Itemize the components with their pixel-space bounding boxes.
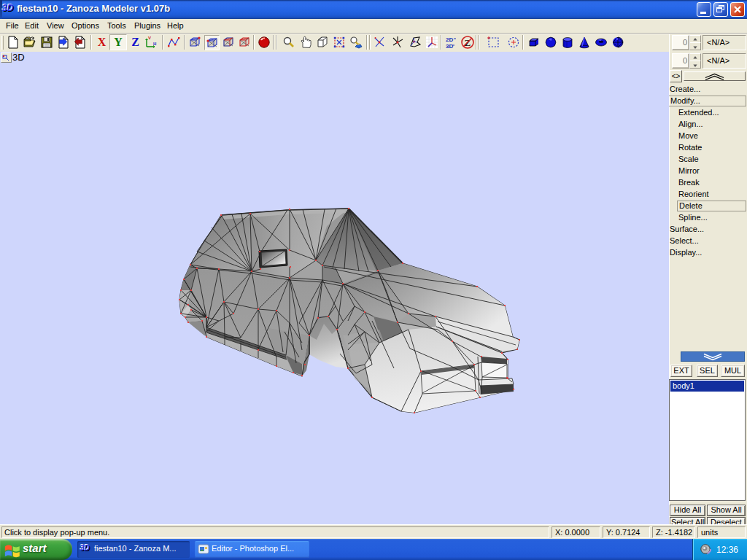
svg-text:2D: 2D [446, 36, 453, 43]
svg-text:V: V [148, 36, 151, 40]
svg-text:H: H [153, 42, 156, 46]
svg-text:3D: 3D [446, 43, 453, 50]
